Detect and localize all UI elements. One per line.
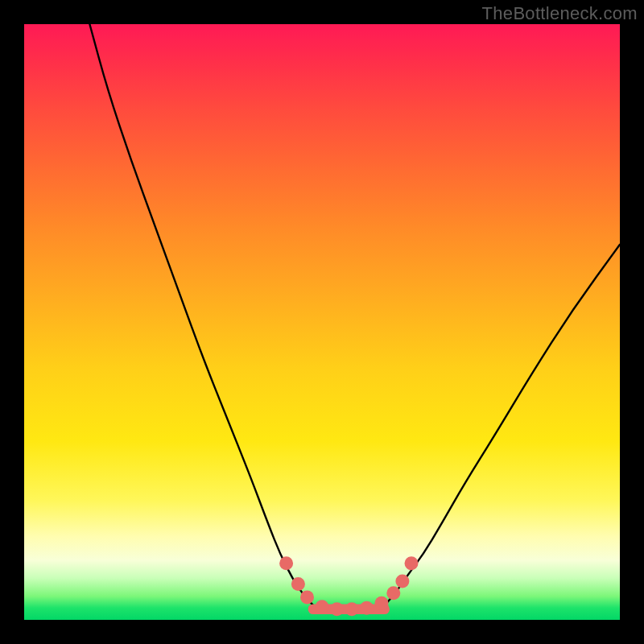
marker-dot — [316, 600, 329, 613]
watermark-text: TheBottleneck.com — [482, 3, 638, 24]
marker-dot — [395, 574, 409, 588]
marker-dot — [345, 602, 359, 616]
curve-left-branch — [89, 24, 316, 608]
marker-dot — [386, 586, 400, 600]
marker-dots — [279, 556, 418, 616]
curve-group — [89, 24, 620, 611]
curve-right-branch — [382, 245, 620, 608]
plot-area — [24, 24, 620, 620]
chart-frame: TheBottleneck.com — [0, 0, 644, 644]
marker-dot — [279, 556, 293, 570]
marker-dot — [291, 577, 305, 591]
marker-dot — [375, 597, 389, 610]
marker-dot — [360, 601, 374, 615]
marker-dot — [300, 590, 314, 604]
curve-svg — [24, 24, 620, 620]
marker-dot — [405, 556, 419, 570]
marker-dot — [330, 602, 344, 616]
